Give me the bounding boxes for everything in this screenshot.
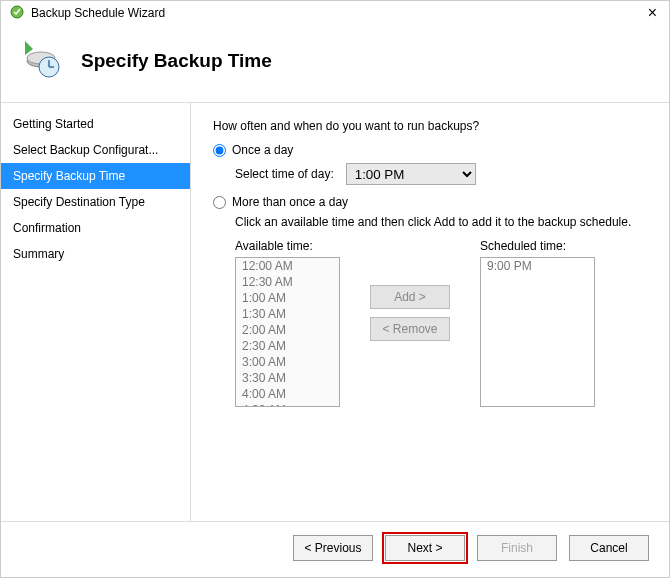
list-item[interactable]: 12:30 AM [236, 274, 339, 290]
once-a-day-radio[interactable] [213, 144, 226, 157]
sidebar-item-select-backup-config[interactable]: Select Backup Configurat... [1, 137, 190, 163]
cancel-button[interactable]: Cancel [569, 535, 649, 561]
page-title: Specify Backup Time [81, 50, 272, 72]
list-item[interactable]: 1:30 AM [236, 306, 339, 322]
sidebar-item-label: Summary [13, 247, 64, 261]
remove-button[interactable]: < Remove [370, 317, 450, 341]
sidebar-item-specify-backup-time[interactable]: Specify Backup Time [1, 163, 190, 189]
sidebar-item-label: Getting Started [13, 117, 94, 131]
next-button[interactable]: Next > [385, 535, 465, 561]
more-hint: Click an available time and then click A… [235, 215, 647, 229]
sidebar-item-label: Select Backup Configurat... [13, 143, 158, 157]
sidebar-item-specify-destination-type[interactable]: Specify Destination Type [1, 189, 190, 215]
list-item[interactable]: 2:30 AM [236, 338, 339, 354]
more-than-once-label: More than once a day [232, 195, 348, 209]
list-item[interactable]: 4:00 AM [236, 386, 339, 402]
add-button[interactable]: Add > [370, 285, 450, 309]
wizard-icon [19, 37, 63, 84]
list-item[interactable]: 4:30 AM [236, 402, 339, 407]
sidebar-item-label: Specify Destination Type [13, 195, 145, 209]
titlebar: Backup Schedule Wizard × [1, 1, 669, 31]
available-time-list[interactable]: 12:00 AM 12:30 AM 1:00 AM 1:30 AM 2:00 A… [235, 257, 340, 407]
list-item[interactable]: 12:00 AM [236, 258, 339, 274]
app-icon [9, 4, 25, 23]
list-item[interactable]: 2:00 AM [236, 322, 339, 338]
list-item[interactable]: 9:00 PM [481, 258, 594, 274]
sidebar-item-confirmation[interactable]: Confirmation [1, 215, 190, 241]
finish-button: Finish [477, 535, 557, 561]
sidebar-item-summary[interactable]: Summary [1, 241, 190, 267]
scheduled-time-list[interactable]: 9:00 PM [480, 257, 595, 407]
sidebar-item-label: Confirmation [13, 221, 81, 235]
close-icon[interactable]: × [644, 5, 661, 21]
wizard-footer: < Previous Next > Finish Cancel [1, 521, 669, 573]
list-item[interactable]: 3:00 AM [236, 354, 339, 370]
scheduled-time-label: Scheduled time: [480, 239, 595, 253]
window-title: Backup Schedule Wizard [31, 6, 165, 20]
wizard-sidebar: Getting Started Select Backup Configurat… [1, 103, 191, 521]
more-than-once-radio[interactable] [213, 196, 226, 209]
previous-button[interactable]: < Previous [293, 535, 373, 561]
once-a-day-label: Once a day [232, 143, 293, 157]
sidebar-item-label: Specify Backup Time [13, 169, 125, 183]
wizard-content: How often and when do you want to run ba… [191, 103, 669, 521]
question-label: How often and when do you want to run ba… [213, 119, 647, 133]
sidebar-item-getting-started[interactable]: Getting Started [1, 111, 190, 137]
select-time-label: Select time of day: [235, 167, 334, 181]
available-time-label: Available time: [235, 239, 340, 253]
time-select[interactable]: 1:00 PM [346, 163, 476, 185]
list-item[interactable]: 1:00 AM [236, 290, 339, 306]
list-item[interactable]: 3:30 AM [236, 370, 339, 386]
wizard-header: Specify Backup Time [1, 31, 669, 103]
